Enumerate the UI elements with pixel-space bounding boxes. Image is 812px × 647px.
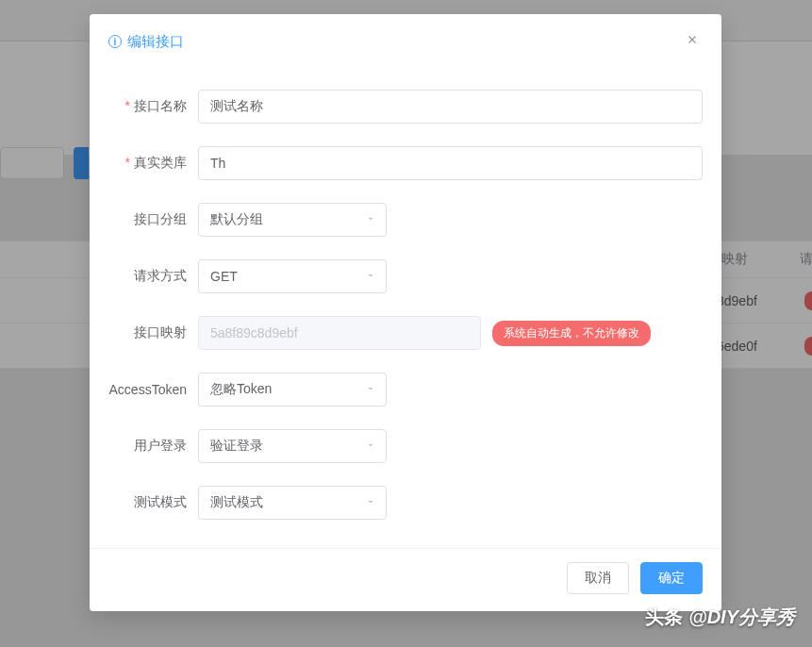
method-label: 请求方式	[108, 268, 198, 285]
method-select-value: GET	[210, 269, 238, 284]
group-select[interactable]: 默认分组	[198, 203, 387, 237]
chevron-down-icon	[365, 495, 376, 510]
group-label: 接口分组	[108, 211, 198, 228]
user-login-select[interactable]: 验证登录	[198, 429, 387, 463]
test-mode-select[interactable]: 测试模式	[198, 486, 387, 520]
test-mode-label: 测试模式	[108, 494, 198, 511]
modal-footer: 取消 确定	[90, 548, 721, 611]
mapping-label: 接口映射	[108, 324, 198, 341]
chevron-down-icon	[365, 212, 376, 227]
access-token-label: AccessToken	[108, 382, 198, 397]
method-select[interactable]: GET	[198, 259, 387, 293]
chevron-down-icon	[365, 382, 376, 397]
edit-interface-modal: i 编辑接口 接口名称 真实类库 接口分组 默认分组 请求方式 GET	[90, 14, 721, 611]
mapping-badge: 系统自动生成，不允许修改	[492, 321, 651, 346]
access-token-select-value: 忽略Token	[210, 381, 272, 398]
info-icon: i	[108, 35, 122, 48]
access-token-select[interactable]: 忽略Token	[198, 373, 387, 406]
real-class-input[interactable]	[198, 146, 703, 180]
close-icon[interactable]	[682, 29, 703, 54]
test-mode-select-value: 测试模式	[210, 494, 263, 511]
watermark: 头条 @DIY分享秀	[645, 605, 795, 630]
confirm-button[interactable]: 确定	[640, 562, 703, 594]
mapping-input: 5a8f89c8d9ebf	[198, 316, 481, 350]
group-select-value: 默认分组	[210, 211, 263, 228]
modal-body: 接口名称 真实类库 接口分组 默认分组 请求方式 GET 接口映射 5a8f89…	[90, 67, 721, 548]
user-login-label: 用户登录	[108, 438, 198, 455]
chevron-down-icon	[365, 439, 376, 454]
real-class-label: 真实类库	[108, 155, 198, 172]
interface-name-label: 接口名称	[108, 98, 198, 115]
interface-name-input[interactable]	[198, 90, 703, 124]
watermark-logo: 头条	[645, 605, 683, 630]
modal-header: i 编辑接口	[90, 14, 721, 67]
chevron-down-icon	[365, 269, 376, 284]
cancel-button[interactable]: 取消	[567, 562, 629, 594]
user-login-select-value: 验证登录	[210, 438, 263, 455]
modal-title: 编辑接口	[127, 33, 184, 51]
watermark-text: @DIY分享秀	[688, 605, 795, 630]
